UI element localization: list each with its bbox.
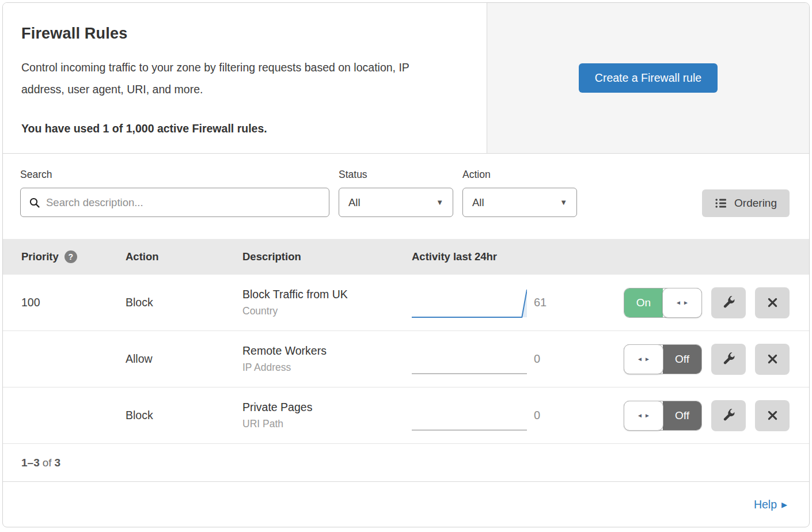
rule-description-cell: Remote Workers IP Address: [242, 344, 412, 374]
table-row: 100 Block Block Traffic from UK Country …: [3, 275, 809, 331]
search-input[interactable]: [46, 196, 321, 209]
table-header-row: Priority ? Action Description Activity l…: [3, 239, 809, 275]
rule-controls: ◄► Off: [586, 400, 790, 431]
rule-enable-toggle[interactable]: ◄► Off: [624, 401, 702, 431]
action-filter-group: Action All ▼: [462, 169, 577, 217]
edit-rule-button[interactable]: [711, 344, 746, 375]
page-header: Firewall Rules Control incoming traffic …: [3, 3, 809, 154]
toggle-state-label: On: [624, 288, 663, 317]
edit-rule-button[interactable]: [711, 400, 746, 431]
search-filter-group: Search: [20, 169, 329, 217]
chevron-down-icon: ▼: [560, 198, 567, 207]
close-icon: [767, 297, 779, 309]
column-header-priority: Priority ?: [21, 250, 126, 263]
activity-sparkline: [412, 344, 527, 375]
ordering-button-label: Ordering: [734, 197, 777, 210]
help-arrow-icon: ▶: [781, 500, 787, 509]
create-firewall-rule-button[interactable]: Create a Firewall rule: [579, 63, 718, 93]
rule-enable-toggle[interactable]: On ◄►: [624, 288, 702, 318]
action-selected-value: All: [472, 196, 484, 209]
column-header-description: Description: [242, 250, 412, 263]
ordered-list-icon: [715, 197, 727, 210]
rule-controls: On ◄►: [586, 287, 790, 318]
help-link-label: Help: [754, 498, 777, 511]
wrench-icon: [722, 352, 735, 366]
rule-action: Block: [126, 296, 242, 309]
filter-bar: Search Status All ▼ Action All ▼: [3, 154, 809, 239]
delete-rule-button[interactable]: [755, 400, 790, 431]
action-label: Action: [462, 169, 577, 181]
activity-count: 61: [534, 296, 586, 309]
rule-description: Remote Workers: [242, 344, 412, 358]
wrench-icon: [722, 409, 735, 422]
ordering-button[interactable]: Ordering: [702, 189, 790, 217]
chevron-down-icon: ▼: [436, 198, 443, 207]
pagination-range: 1–3: [21, 457, 40, 469]
search-label: Search: [20, 169, 329, 181]
activity-count: 0: [534, 409, 586, 422]
toggle-handle-icon: ◄►: [624, 401, 663, 431]
page-description: Control incoming traffic to your zone by…: [21, 56, 454, 100]
wrench-icon: [722, 296, 735, 309]
toggle-state-label: Off: [663, 401, 701, 430]
rule-action: Allow: [126, 352, 242, 366]
page-title: Firewall Rules: [21, 25, 454, 43]
close-icon: [767, 409, 779, 421]
rule-controls: ◄► Off: [586, 344, 790, 375]
pagination-total: 3: [55, 457, 61, 469]
toggle-state-label: Off: [663, 345, 701, 374]
rule-enable-toggle[interactable]: ◄► Off: [624, 344, 702, 374]
search-icon: [29, 197, 40, 208]
column-header-activity: Activity last 24hr: [412, 250, 790, 263]
rule-match-type: URI Path: [242, 418, 412, 430]
help-link[interactable]: Help ▶: [754, 498, 787, 511]
column-header-action: Action: [126, 250, 242, 263]
toggle-handle-icon: ◄►: [662, 288, 702, 318]
rule-match-type: IP Address: [242, 362, 412, 374]
status-select[interactable]: All ▼: [339, 188, 453, 217]
pagination-bar: 1–3 of 3: [3, 444, 809, 482]
pagination-of-text: of: [43, 457, 52, 469]
toggle-handle-icon: ◄►: [624, 344, 663, 374]
rule-match-type: Country: [242, 305, 412, 317]
status-selected-value: All: [348, 196, 361, 209]
help-question-icon[interactable]: ?: [64, 250, 77, 263]
activity-sparkline: [412, 400, 527, 431]
firewall-rules-card: Firewall Rules Control incoming traffic …: [2, 2, 810, 527]
delete-rule-button[interactable]: [755, 287, 790, 318]
rule-description-cell: Private Pages URI Path: [242, 401, 412, 430]
rule-description: Private Pages: [242, 401, 412, 414]
usage-note: You have used 1 of 1,000 active Firewall…: [21, 122, 454, 135]
action-select[interactable]: All ▼: [462, 188, 577, 217]
rule-priority: 100: [21, 296, 126, 309]
header-action-panel: Create a Firewall rule: [487, 3, 809, 153]
delete-rule-button[interactable]: [755, 344, 790, 375]
status-label: Status: [339, 169, 453, 181]
header-text-panel: Firewall Rules Control incoming traffic …: [3, 3, 487, 153]
status-filter-group: Status All ▼: [339, 169, 453, 217]
rule-description: Block Traffic from UK: [242, 288, 412, 301]
search-box: [20, 188, 329, 217]
close-icon: [767, 353, 779, 365]
table-row: Allow Remote Workers IP Address 0 ◄► Off: [3, 331, 809, 387]
table-row: Block Private Pages URI Path 0 ◄► Off: [3, 387, 809, 444]
activity-sparkline: [412, 287, 527, 318]
rule-description-cell: Block Traffic from UK Country: [242, 288, 412, 317]
rule-action: Block: [126, 409, 242, 422]
edit-rule-button[interactable]: [711, 287, 746, 318]
footer-bar: Help ▶: [3, 482, 809, 527]
activity-count: 0: [534, 352, 586, 366]
